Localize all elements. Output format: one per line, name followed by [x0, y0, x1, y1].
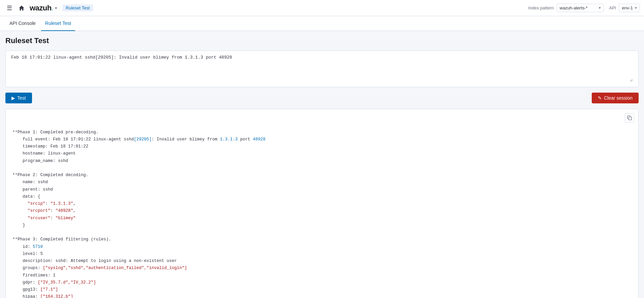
phase2-name: name: sshd: [12, 180, 48, 185]
env-select[interactable]: env-1 ▾: [619, 4, 640, 12]
log-input[interactable]: Feb 18 17:01:22 linux-agent sshd[29205]:…: [11, 55, 633, 82]
copy-button[interactable]: [625, 113, 634, 123]
phase3-header: **Phase 3: Completed filtering (rules).: [12, 237, 111, 242]
phase1-ip: 1.3.1.3: [220, 137, 238, 142]
phase3-gpg13-val: ["7.1"]: [40, 287, 58, 292]
logo[interactable]: wazuh.: [30, 4, 54, 12]
phase3-desc: description: sshd: Attempt to login usin…: [12, 259, 177, 263]
phase3-id: id:: [12, 244, 33, 249]
logo-dot: .: [52, 4, 54, 12]
api-label: API: [609, 5, 616, 10]
phase1-pid: [29205]: [134, 137, 152, 142]
phase3-level: level: 5: [12, 252, 43, 256]
test-button[interactable]: ▶ Test: [5, 93, 32, 103]
phase3-hipaa-val: ["164.312.b"]: [40, 294, 74, 298]
buttons-row: ▶ Test ✎ Clear session: [5, 93, 639, 103]
phase2-srcip-key: "srcip": [28, 201, 46, 206]
phase3-gdpr-val: ["IV_35.7.d","IV_32.2"]: [38, 280, 96, 285]
top-nav: ☰ wazuh. ▾ Ruleset Test Index pattern wa…: [0, 0, 644, 16]
tab-ruleset-test[interactable]: Ruleset Test: [41, 16, 75, 31]
phase2-parent: parent: sshd: [12, 187, 53, 192]
home-icon[interactable]: [16, 3, 27, 13]
phase1-timestamp: timestamp: Feb 18 17:01:22: [12, 144, 88, 149]
phase2-close-brace: }: [12, 223, 25, 228]
nav-right: Index pattern wazuh-alerts-* ▾ API env-1…: [528, 4, 640, 12]
env-chevron-icon: ▾: [635, 6, 637, 10]
clear-icon: ✎: [598, 95, 602, 101]
phase2-srcip-val: "1.3.1.3": [51, 201, 74, 206]
phase2-data-open: data: {: [12, 194, 40, 199]
phase1-port: 48928: [253, 137, 266, 142]
output-content: **Phase 1: Completed pre-decoding. full …: [12, 114, 632, 298]
play-icon: ▶: [11, 95, 15, 101]
phase3-id-val: 5710: [33, 244, 43, 249]
phase2-srcuser-val: "blimey": [56, 216, 76, 221]
index-pattern-label: Index pattern: [528, 5, 554, 10]
page-content: Ruleset Test Feb 18 17:01:22 linux-agent…: [0, 31, 644, 298]
logo-text: wazuh: [30, 4, 52, 12]
logo-chevron-icon[interactable]: ▾: [55, 6, 57, 10]
phase1-header: **Phase 1: Completed pre-decoding.: [12, 130, 98, 135]
index-pattern-chevron-icon: ▾: [599, 6, 601, 10]
phase3-hipaa-label: hipaa:: [12, 294, 40, 298]
phase1-program: program_name: sshd: [12, 159, 68, 163]
phase2-srcuser-key: "srcuser": [28, 216, 51, 221]
hamburger-icon[interactable]: ☰: [4, 3, 15, 13]
phase3-gdpr-label: gdpr:: [12, 280, 38, 285]
clear-session-button[interactable]: ✎ Clear session: [592, 93, 639, 103]
phase1-full-event: full event: Feb 18 17:01:22 linux-agent …: [12, 137, 134, 142]
tab-api-console[interactable]: API Console: [5, 16, 40, 31]
svg-rect-0: [628, 117, 632, 120]
page-title: Ruleset Test: [5, 36, 639, 45]
phase2-srcport-val: "48928": [56, 208, 74, 213]
tab-bar: API Console Ruleset Test: [0, 16, 644, 31]
phase2-srcport-key: "srcport": [28, 208, 51, 213]
phase2-header: **Phase 2: Completed decoding.: [12, 173, 88, 177]
phase3-groups-val: ["syslog","sshd","authentication_failed"…: [43, 266, 187, 270]
test-button-label: Test: [17, 95, 26, 101]
output-panel: **Phase 1: Completed pre-decoding. full …: [5, 109, 639, 298]
phase1-hostname: hostname: linux-agent: [12, 151, 76, 156]
log-input-panel: Feb 18 17:01:22 linux-agent sshd[29205]:…: [5, 51, 639, 87]
env-value: env-1: [622, 5, 633, 10]
index-pattern-value: wazuh-alerts-*: [560, 5, 597, 10]
phase3-groups-label: groups:: [12, 266, 43, 270]
phase3-firedtimes: firedtimes: 1: [12, 273, 56, 278]
breadcrumb-chip: Ruleset Test: [62, 4, 93, 11]
clear-button-label: Clear session: [604, 95, 633, 101]
phase3-gpg13-label: gpg13:: [12, 287, 40, 292]
index-pattern-select[interactable]: wazuh-alerts-* ▾: [557, 4, 604, 12]
